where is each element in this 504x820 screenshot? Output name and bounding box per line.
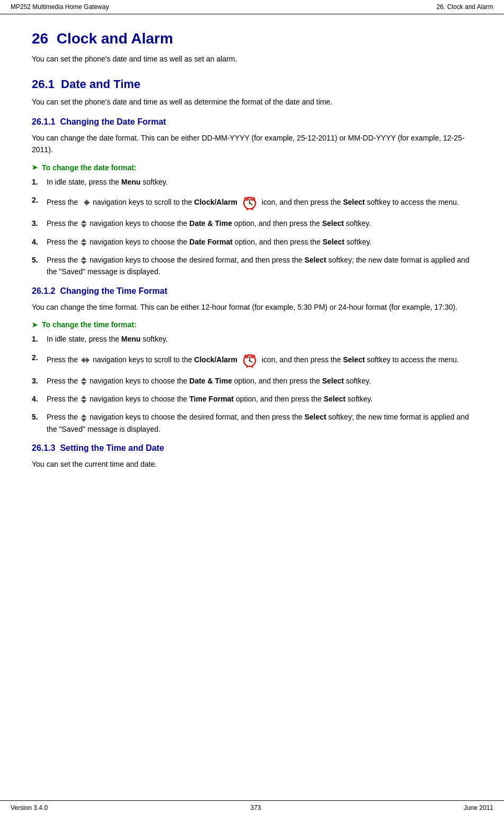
subsection-1-2-body: You can change the time format. This can… xyxy=(32,301,472,313)
step-1-1-2: 2. Press the navigation keys to scroll t… xyxy=(32,194,472,211)
step-1-2-1: 1. In idle state, press the Menu softkey… xyxy=(32,333,472,345)
up-down-nav-icon-2 xyxy=(80,238,87,247)
svg-marker-36 xyxy=(81,418,87,421)
svg-marker-13 xyxy=(81,220,87,223)
step-1-2-5: 5. Press the navigation keys to choose t… xyxy=(32,411,472,435)
svg-marker-35 xyxy=(81,414,87,417)
subsection-1-3-body: You can set the current time and date. xyxy=(32,458,472,470)
svg-point-26 xyxy=(244,355,249,358)
svg-marker-21 xyxy=(86,357,90,363)
clock-alarm-icon xyxy=(241,194,258,211)
svg-marker-18 xyxy=(81,261,87,264)
procedure-1-2-heading: To change the time format: xyxy=(32,320,472,329)
step-1-2-4: 4. Press the navigation keys to choose t… xyxy=(32,393,472,405)
step-1-1-4: 4. Press the navigation keys to choose t… xyxy=(32,236,472,248)
procedure-1-1-heading: To change the date format: xyxy=(32,163,472,172)
step-1-2-3: 3. Press the navigation keys to choose t… xyxy=(32,375,472,387)
page-header: MP252 Multimedia Home Gateway 26. Clock … xyxy=(0,0,504,14)
svg-marker-33 xyxy=(81,396,87,399)
svg-marker-32 xyxy=(81,382,87,385)
subsection-1-2-title: 26.1.2 Changing the Time Format xyxy=(32,286,472,296)
subsection-1-1-title: 26.1.1 Changing the Date Format xyxy=(32,117,472,127)
svg-point-30 xyxy=(249,360,250,361)
svg-marker-3 xyxy=(86,199,90,206)
page-footer: Version 3.4.0 373 June 2011 xyxy=(0,800,504,812)
section-1-title: 26.1 Date and Time xyxy=(32,77,472,91)
svg-marker-31 xyxy=(81,378,87,381)
left-right-nav-icon xyxy=(80,198,91,207)
section-1-intro: You can set the phone's date and time as… xyxy=(32,97,472,108)
steps-1-2: 1. In idle state, press the Menu softkey… xyxy=(32,333,472,435)
svg-point-27 xyxy=(251,355,255,358)
clock-alarm-icon-2 xyxy=(241,352,258,369)
svg-point-12 xyxy=(249,203,250,204)
svg-marker-14 xyxy=(81,224,87,228)
chapter-title: 26 Clock and Alarm xyxy=(32,30,472,47)
step-1-2-2: 2. Press the navigation keys to scroll t… xyxy=(32,352,472,369)
svg-marker-34 xyxy=(81,400,87,403)
subsection-1-1-body: You can change the date format. This can… xyxy=(32,132,472,156)
up-down-nav-icon-1 xyxy=(80,219,87,229)
svg-marker-17 xyxy=(81,257,87,260)
step-1-1-5: 5. Press the navigation keys to choose t… xyxy=(32,254,472,278)
footer-center: 373 xyxy=(250,804,261,812)
subsection-1-3-title: 26.1.3 Setting the Time and Date xyxy=(32,443,472,453)
left-right-nav-icon-2 xyxy=(80,355,91,365)
up-down-nav-icon-5 xyxy=(80,395,87,404)
up-down-nav-icon-6 xyxy=(80,413,87,423)
svg-point-8 xyxy=(244,197,249,200)
step-1-1-3: 3. Press the navigation keys to choose t… xyxy=(32,217,472,229)
svg-marker-15 xyxy=(81,239,87,242)
svg-marker-16 xyxy=(81,243,87,246)
footer-right: June 2011 xyxy=(464,804,493,812)
step-1-1-1: 1. In idle state, press the Menu softkey… xyxy=(32,176,472,188)
up-down-nav-icon-3 xyxy=(80,256,87,265)
up-down-nav-icon-4 xyxy=(80,377,87,386)
svg-marker-19 xyxy=(81,357,85,363)
header-left: MP252 Multimedia Home Gateway xyxy=(11,3,109,11)
svg-point-9 xyxy=(251,197,255,200)
footer-left: Version 3.4.0 xyxy=(11,804,48,812)
chapter-intro: You can set the phone's date and time as… xyxy=(32,54,472,65)
header-right: 26. Clock and Alarm xyxy=(437,3,493,11)
steps-1-1: 1. In idle state, press the Menu softkey… xyxy=(32,176,472,278)
